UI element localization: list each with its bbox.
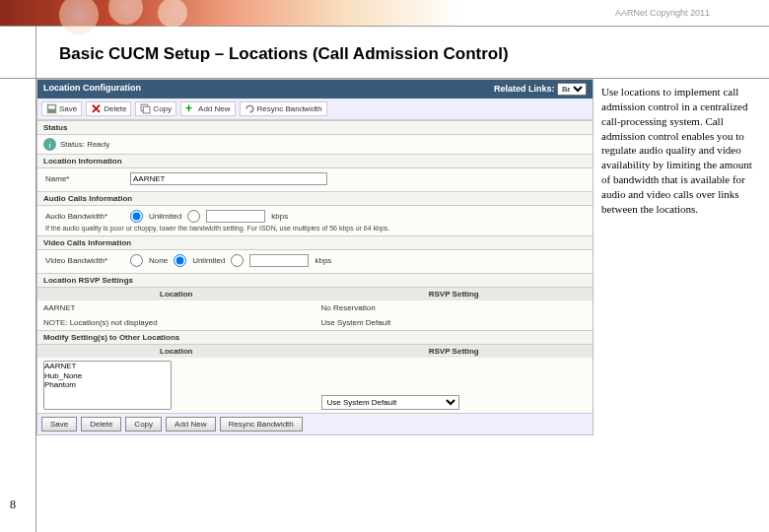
bottom-toolbar: Save Delete Copy Add New Resync Bandwidt… [37,413,593,434]
page-number: 8 [10,498,16,512]
modify-col-set: RSVP Setting [315,345,594,358]
modify-location-list[interactable]: AARNET Hub_None Phantom [43,361,172,410]
bottom-delete-button[interactable]: Delete [81,417,121,432]
rsvp-heading: Location RSVP Settings [37,273,593,288]
name-label: Name* [45,174,124,183]
copyright-text: AARNet Copyright 2011 [615,8,710,18]
rsvp-note-set: Use System Default [315,315,594,330]
cucm-titlebar: Location Configuration Related Links: Ba… [37,80,593,99]
info-icon: i [43,138,56,151]
audio-value-radio[interactable] [187,210,200,223]
locinfo-heading: Location Information [37,154,593,168]
status-heading: Status [37,120,593,135]
status-text: Status: Ready [60,140,109,149]
delete-icon: ✕ [91,103,102,114]
resync-button[interactable]: Resync Bandwidth [240,101,327,116]
audio-value-field[interactable] [206,210,265,223]
bottom-addnew-button[interactable]: Add New [166,417,215,432]
audio-bw-label: Audio Bandwidth* [45,212,124,221]
rsvp-row-loc: AARNET [37,300,315,315]
copy-icon [140,103,151,114]
slide-top-band: AARNet Copyright 2011 [0,0,769,26]
video-none-radio[interactable] [130,254,143,267]
related-links: Related Links: Bac [494,83,587,96]
left-margin-rule [35,26,36,532]
save-button[interactable]: Save [41,101,82,116]
resync-icon [245,103,255,114]
rsvp-col-loc: Location [37,288,315,300]
rsvp-table: LocationRSVP Setting AARNETNo Reservatio… [37,288,593,330]
modify-rsvp-select[interactable]: Use System Default [321,395,459,410]
bokeh-decoration [59,0,296,39]
name-field[interactable] [130,172,327,185]
bottom-save-button[interactable]: Save [41,417,77,432]
addnew-button[interactable]: +Add New [180,101,235,116]
modify-table: LocationRSVP Setting AARNET Hub_None Pha… [37,345,593,413]
video-value-radio[interactable] [231,254,244,267]
audio-note: If the audio quality is poor or choppy, … [45,225,585,232]
cucm-title: Location Configuration [43,83,141,96]
audio-heading: Audio Calls Information [37,191,593,206]
slide-side-text: Use locations to implement call admissio… [594,79,766,435]
video-bw-label: Video Bandwidth* [45,256,124,265]
cucm-toolbar: Save ✕Delete Copy +Add New Resync Bandwi… [37,99,593,120]
rsvp-row-set: No Reservation [315,300,594,315]
add-icon: + [185,103,196,114]
modify-heading: Modify Setting(s) to Other Locations [37,330,593,345]
audio-unlimited-radio[interactable] [130,210,143,223]
modify-col-loc: Location [37,345,315,358]
delete-button[interactable]: ✕Delete [86,101,131,116]
video-heading: Video Calls Information [37,235,593,250]
copy-button[interactable]: Copy [135,101,176,116]
cucm-panel: Location Configuration Related Links: Ba… [36,79,594,435]
video-unlimited-radio[interactable] [174,254,186,267]
rsvp-col-set: RSVP Setting [315,288,594,300]
bottom-copy-button[interactable]: Copy [125,417,162,432]
save-icon [46,103,57,114]
rsvp-note-loc: NOTE: Location(s) not displayed [37,315,315,330]
related-links-select[interactable]: Bac [557,83,587,96]
video-value-field[interactable] [249,254,309,267]
bottom-resync-button[interactable]: Resync Bandwidth [220,417,303,432]
status-row: i Status: Ready [37,135,593,154]
